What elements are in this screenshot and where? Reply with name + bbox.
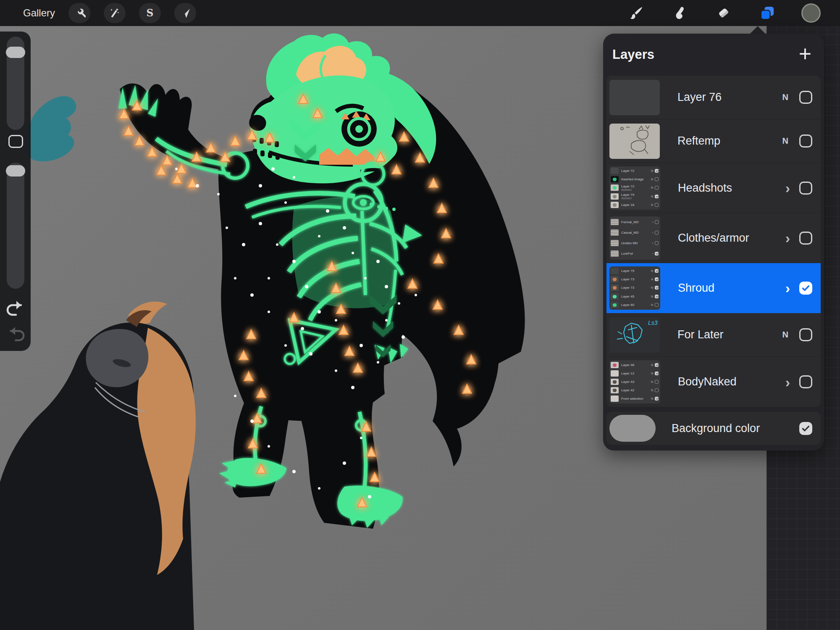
layer-row-for-later[interactable]: Ls3For LaterN <box>606 313 821 357</box>
chevron-right-icon[interactable]: › <box>785 232 790 244</box>
layer-visibility-checkbox[interactable] <box>799 375 812 388</box>
mini-layer-label: Casual_MD <box>621 231 652 235</box>
background-color-row[interactable]: Background color <box>606 412 821 445</box>
layer-visibility-checkbox[interactable] <box>799 282 812 295</box>
sidebar-controls <box>0 32 31 351</box>
smudge-tool-button[interactable] <box>670 3 690 23</box>
layer-name-label: Shroud <box>678 282 785 295</box>
layer-visibility-checkbox[interactable] <box>799 134 812 148</box>
mini-layer-row: Layer 12N <box>609 369 660 377</box>
layers-panel-button[interactable] <box>758 3 777 23</box>
mini-layer-label: Layer 73 <box>621 277 651 281</box>
mini-blend-letter: N <box>651 286 653 289</box>
mini-layer-label: Layer 75 <box>621 269 651 273</box>
layer-row-layer-76[interactable]: Layer 76N <box>606 76 821 119</box>
adjustments-button[interactable] <box>104 3 126 23</box>
layer-visibility-checkbox[interactable] <box>799 91 812 104</box>
mini-visibility-checkbox <box>655 372 659 375</box>
layer-row-headshots[interactable]: Layer 72NInserted ImageNLayer 72Assisted… <box>606 163 821 213</box>
brush-size-slider[interactable] <box>7 37 24 130</box>
actions-button[interactable] <box>68 3 90 23</box>
transform-arrow-icon <box>179 7 192 19</box>
layer-row-shroud[interactable]: Layer 75NLayer 73ALayer 73NLayer 45NLaye… <box>606 263 821 313</box>
mini-layer-row: Layer 42N <box>609 386 660 394</box>
group-thumbnail-mini-list[interactable]: Layer 75NLayer 73ALayer 73NLayer 45NLaye… <box>609 266 660 310</box>
chevron-right-icon[interactable]: › <box>785 182 790 194</box>
mini-layer-label: Undies MD <box>621 241 652 245</box>
mini-layer-row: Layer 72AssistedN <box>609 184 660 192</box>
mini-visibility-checkbox <box>655 363 659 367</box>
layers-list: Layer 76NReftempNLayer 72NInserted Image… <box>606 76 821 407</box>
mini-layer-thumbnail <box>611 370 619 377</box>
layer-row-reftemp[interactable]: ReftempN <box>606 119 821 163</box>
opacity-slider[interactable] <box>7 163 24 289</box>
brush-tool-button[interactable] <box>627 3 646 23</box>
group-thumbnail-mini-list[interactable]: Formal_MD›Casual_MD›Undies MD›Lo4/Pof› <box>609 216 660 260</box>
mini-visibility-checkbox <box>655 203 659 207</box>
opacity-handle[interactable] <box>6 165 25 177</box>
layer-row-bodynaked[interactable]: Layer 46NLayer 12NLayer 43NLayer 42NFrom… <box>606 357 821 407</box>
mini-blend-letter: N <box>651 295 653 298</box>
magic-wand-icon <box>108 7 121 19</box>
mini-layer-row: Formal_MD› <box>609 218 660 226</box>
mini-blend-letter: N <box>651 372 653 375</box>
mini-visibility-checkbox <box>655 397 659 401</box>
modify-button[interactable] <box>8 135 23 148</box>
layer-visibility-checkbox[interactable] <box>799 328 812 341</box>
layer-visibility-checkbox[interactable] <box>799 232 812 245</box>
smudge-finger-icon <box>673 6 687 20</box>
mini-blend-letter: N <box>651 186 653 189</box>
layer-thumbnail[interactable] <box>609 80 660 115</box>
mini-layer-label: Layer 72 <box>621 169 651 173</box>
panel-callout-arrow <box>750 26 766 34</box>
blend-mode-letter[interactable]: N <box>782 136 788 146</box>
mini-layer-row: Layer 73A <box>609 275 660 283</box>
redo-button[interactable] <box>6 326 26 343</box>
mini-blend-letter: N <box>651 397 653 400</box>
mini-blend-letter: N <box>651 195 653 198</box>
mini-layer-row: Layer 73N <box>609 284 660 292</box>
active-color-swatch[interactable] <box>801 3 821 23</box>
mini-layer-label: Lo4/Pof <box>621 252 652 256</box>
layer-name-label: Reftemp <box>677 134 782 148</box>
background-visibility-checkbox[interactable] <box>799 422 812 435</box>
mini-layer-subtitle: Assisted <box>621 188 651 191</box>
mini-layer-thumbnail <box>611 240 619 246</box>
brush-size-handle[interactable] <box>6 47 25 58</box>
procreate-app: Gallery S <box>0 0 840 630</box>
mini-layer-row: From selectionN <box>609 395 660 403</box>
blend-mode-letter[interactable]: N <box>782 330 788 340</box>
layer-name-label: Layer 76 <box>677 91 782 104</box>
mini-layer-row: Layer 79AssistedN <box>609 192 660 200</box>
blend-mode-letter[interactable]: N <box>782 92 788 102</box>
mini-layer-row: Undies MD› <box>609 239 660 247</box>
undo-button[interactable] <box>5 300 26 318</box>
undo-icon <box>5 300 26 318</box>
mini-visibility-checkbox <box>655 252 659 256</box>
mini-visibility-checkbox <box>655 380 659 384</box>
group-thumbnail-mini-list[interactable]: Layer 72NInserted ImageNLayer 72Assisted… <box>609 166 660 210</box>
chevron-right-icon[interactable]: › <box>785 282 790 294</box>
layer-visibility-checkbox[interactable] <box>799 182 812 195</box>
layer-row-clothes-armor[interactable]: Formal_MD›Casual_MD›Undies MD›Lo4/Pof›Cl… <box>606 213 821 263</box>
mini-layer-thumbnail <box>611 168 619 174</box>
group-thumbnail-mini-list[interactable]: Layer 46NLayer 12NLayer 43NLayer 42NFrom… <box>609 360 660 403</box>
gallery-button[interactable]: Gallery <box>23 7 55 19</box>
mini-visibility-checkbox <box>655 220 659 224</box>
mini-layer-thumbnail <box>611 202 619 208</box>
layer-thumbnail[interactable]: Ls3 <box>609 317 660 353</box>
eraser-tool-button[interactable] <box>714 3 733 23</box>
background-color-swatch[interactable] <box>609 415 656 442</box>
layer-thumbnail[interactable] <box>609 124 660 159</box>
transform-button[interactable] <box>174 3 196 23</box>
layers-panel: Layers + Layer 76NReftempNLayer 72NInser… <box>603 34 824 451</box>
selection-button[interactable]: S <box>139 3 161 23</box>
mini-visibility-checkbox <box>655 231 659 235</box>
chevron-right-icon[interactable]: › <box>785 376 790 388</box>
mini-visibility-checkbox <box>655 177 659 181</box>
add-layer-button[interactable]: + <box>799 43 811 65</box>
eraser-icon <box>717 6 731 20</box>
mini-chevron-icon: › <box>652 242 653 245</box>
layer-name-label: For Later <box>677 328 782 341</box>
mini-layer-row: Layer 72N <box>609 167 660 175</box>
